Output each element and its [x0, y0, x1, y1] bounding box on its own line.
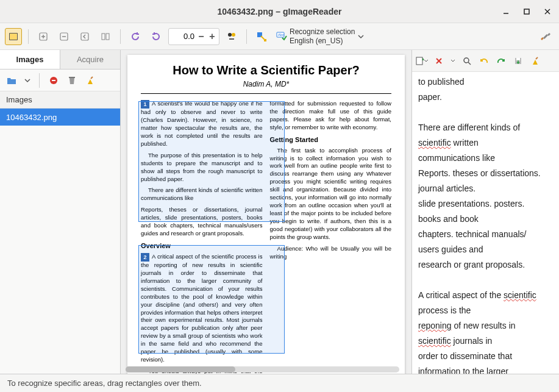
preferences-button[interactable]	[537, 28, 554, 45]
chevron-down-icon	[357, 33, 365, 40]
doc-title: How to Write a Scientific Paper?	[141, 63, 391, 77]
rotate-right-button[interactable]	[148, 28, 165, 45]
doc-author: Nadim A, MD*	[141, 80, 391, 88]
open-button[interactable]	[5, 74, 18, 87]
status-text: To recognize specific areas, drag rectan…	[7, 379, 202, 388]
previous-button[interactable]	[76, 28, 93, 45]
find-replace-button[interactable]	[461, 55, 473, 67]
rotation-field[interactable]: 0.0 − +	[168, 28, 219, 45]
svg-rect-31	[516, 58, 520, 60]
window-controls	[499, 5, 554, 18]
add-images-button[interactable]	[35, 28, 52, 45]
sources-list[interactable]: 10463432.png	[0, 109, 120, 374]
svg-rect-12	[102, 34, 105, 40]
horizontal-scrollbar[interactable]	[126, 366, 399, 372]
main-area: Images Acquire Images 10463432.png How t…	[0, 50, 559, 374]
rotation-value: 0.0	[171, 32, 194, 41]
window-title: 10463432.png – gImageReader	[218, 7, 342, 16]
strip-linebreaks-button[interactable]	[433, 55, 445, 67]
svg-rect-23	[69, 77, 75, 78]
svg-rect-1	[524, 9, 529, 14]
sel-badge-1: 1	[141, 100, 149, 109]
sources-panel: Images Acquire Images 10463432.png	[0, 50, 121, 374]
save-output-button[interactable]	[512, 55, 524, 67]
remove-images-button[interactable]	[55, 28, 73, 45]
recent-button[interactable]	[23, 74, 32, 87]
svg-point-15	[232, 33, 235, 37]
separator	[39, 73, 40, 88]
overview-heading: Overview	[141, 241, 263, 251]
tab-images[interactable]: Images	[0, 50, 60, 69]
list-item[interactable]: 10463432.png	[0, 109, 120, 126]
status-bar: To recognize specific areas, drag rectan…	[0, 374, 559, 392]
svg-line-29	[468, 62, 471, 65]
image-viewer[interactable]: How to Write a Scientific Paper? Nadim A…	[121, 50, 411, 374]
rotation-plus-button[interactable]: +	[208, 31, 216, 42]
separator	[28, 29, 29, 44]
svg-point-28	[464, 58, 469, 63]
output-mode-button[interactable]	[416, 55, 428, 67]
sources-tabs: Images Acquire	[0, 50, 120, 69]
output-toolbar	[412, 50, 559, 72]
ocr-icon: Abc	[276, 31, 287, 42]
autodetect-button[interactable]	[253, 28, 270, 45]
recognize-label: Recognize selection English (en_US)	[290, 27, 355, 45]
doc-column-left: 1A scientist's life would be happy one i…	[141, 100, 263, 374]
clear-output-button[interactable]	[529, 55, 541, 67]
getting-started-heading: Getting Started	[270, 135, 392, 144]
sources-header: Images	[0, 91, 120, 109]
undo-button[interactable]	[478, 55, 490, 67]
output-panel: to publishedpaper. There are different k…	[411, 50, 559, 374]
document-page: How to Write a Scientific Paper? Nadim A…	[127, 55, 405, 374]
rotate-left-button[interactable]	[127, 28, 144, 45]
recognize-button[interactable]: Abc Recognize selection English (en_US)	[274, 26, 367, 46]
doc-rule	[141, 93, 391, 94]
svg-rect-13	[106, 34, 109, 40]
titlebar: 10463432.png – gImageReader	[0, 0, 559, 23]
multipage-button[interactable]	[97, 28, 114, 45]
sel-badge-2: 2	[141, 253, 149, 262]
delete-button[interactable]	[65, 74, 79, 87]
strip-dropdown[interactable]	[450, 55, 456, 67]
svg-text:Abc: Abc	[278, 33, 284, 37]
svg-rect-11	[81, 33, 88, 40]
toggle-output-button[interactable]	[5, 28, 22, 45]
tab-acquire[interactable]: Acquire	[60, 50, 120, 69]
redo-button[interactable]	[495, 55, 507, 67]
svg-rect-25	[416, 57, 422, 65]
svg-line-32	[536, 57, 538, 59]
sources-toolbar	[0, 69, 120, 91]
output-text[interactable]: to publishedpaper. There are different k…	[412, 72, 559, 374]
remove-button[interactable]	[47, 74, 60, 87]
svg-line-24	[91, 77, 93, 79]
svg-rect-5	[10, 34, 17, 40]
minimize-button[interactable]	[499, 5, 513, 18]
separator	[246, 29, 247, 44]
scrollbar-thumb[interactable]	[126, 366, 235, 372]
svg-point-14	[228, 33, 232, 37]
doc-column-right: formatted for submission requested to fo…	[270, 100, 392, 374]
main-toolbar: 0.0 − + Abc Recognize selection English …	[0, 23, 559, 50]
clear-button[interactable]	[84, 74, 97, 87]
close-button[interactable]	[541, 5, 554, 18]
maximize-button[interactable]	[520, 5, 533, 18]
page-mode-button[interactable]	[223, 28, 240, 45]
svg-line-20	[544, 35, 547, 38]
separator	[120, 29, 121, 44]
rotation-minus-button[interactable]: −	[197, 31, 205, 42]
